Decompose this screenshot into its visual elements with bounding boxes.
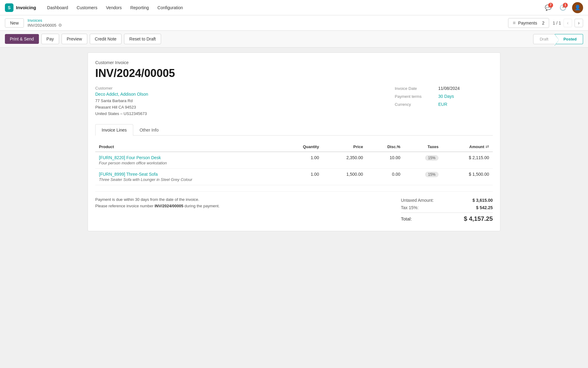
tax-cell-2: 15% bbox=[404, 169, 442, 185]
breadcrumb-record: INV/2024/00005 ⚙ bbox=[28, 23, 62, 28]
customer-section: Customer Deco Addict, Addison Olson 77 S… bbox=[95, 86, 383, 117]
product-cell-2: [FURN_8999] Three-Seat Sofa Three Seater… bbox=[95, 169, 280, 185]
status-breadcrumb: Draft Posted bbox=[533, 34, 583, 44]
currency-label: Currency bbox=[395, 102, 435, 107]
new-button[interactable]: New bbox=[5, 18, 24, 28]
nav-dashboard[interactable]: Dashboard bbox=[43, 3, 72, 12]
currency-value[interactable]: EUR bbox=[438, 102, 447, 107]
customer-address: 77 Santa Barbara Rd Pleasant Hill CA 945… bbox=[95, 98, 383, 117]
tax-badge-2: 15% bbox=[425, 172, 439, 177]
credit-note-button[interactable]: Credit Note bbox=[90, 34, 122, 44]
product-name-2[interactable]: [FURN_8999] Three-Seat Sofa bbox=[99, 172, 276, 177]
payments-button[interactable]: ≡ Payments 2 bbox=[508, 18, 549, 28]
prev-page-button[interactable]: ‹ bbox=[564, 19, 572, 27]
untaxed-amount: $ 3,615.00 bbox=[473, 198, 493, 203]
pay-button[interactable]: Pay bbox=[41, 34, 59, 44]
invoice-number: INV/2024/00005 bbox=[95, 67, 493, 80]
payment-terms-label: Payment terms bbox=[395, 94, 435, 99]
address-line2: Pleasant Hill CA 94523 bbox=[95, 104, 383, 111]
status-draft: Draft bbox=[533, 34, 555, 44]
record-id: INV/2024/00005 bbox=[28, 23, 56, 28]
total-amount: $ 4,157.25 bbox=[464, 215, 493, 222]
qty-cell-2: 1.00 bbox=[280, 169, 322, 185]
activity-icon-btn[interactable]: 🕐 1 bbox=[557, 2, 568, 13]
tab-other-info[interactable]: Other Info bbox=[133, 124, 165, 136]
breadcrumb-info: Invoices INV/2024/00005 ⚙ bbox=[28, 18, 62, 28]
col-price: Price bbox=[323, 142, 367, 152]
nav-vendors[interactable]: Vendors bbox=[102, 3, 125, 12]
footer-note: Payment is due within 30 days from the d… bbox=[95, 197, 395, 209]
note-line2: Please reference invoice number INV/2024… bbox=[95, 203, 395, 209]
messages-icon-btn[interactable]: 💬 7 bbox=[543, 2, 554, 13]
status-posted: Posted bbox=[555, 34, 583, 44]
product-desc-1: Four person modern office workstation bbox=[99, 161, 276, 165]
note-prefix: Please reference invoice number bbox=[95, 204, 155, 208]
tax-label: Tax 15%: bbox=[401, 205, 419, 210]
payment-terms-value[interactable]: 30 Days bbox=[438, 94, 454, 99]
product-name-1[interactable]: [FURN_8220] Four Person Desk bbox=[99, 155, 276, 160]
action-bar: Print & Send Pay Preview Credit Note Res… bbox=[0, 31, 588, 48]
app-logo: S Invoicing bbox=[5, 3, 36, 12]
breadcrumb-parent-link[interactable]: Invoices bbox=[28, 18, 62, 23]
product-cell-1: [FURN_8220] Four Person Desk Four person… bbox=[95, 152, 280, 169]
invoice-card: Customer Invoice INV/2024/00005 Customer… bbox=[88, 52, 500, 231]
tax-amount: $ 542.25 bbox=[476, 205, 493, 210]
disc-cell-1: 10.00 bbox=[367, 152, 404, 169]
invoice-meta: Customer Deco Addict, Addison Olson 77 S… bbox=[95, 86, 493, 117]
price-cell-2: 1,500.00 bbox=[323, 169, 367, 185]
tax-badge-1: 15% bbox=[425, 155, 439, 161]
messages-badge: 7 bbox=[548, 3, 553, 8]
product-desc-2: Three Seater Sofa with Lounger in Steel … bbox=[99, 177, 276, 182]
preview-button[interactable]: Preview bbox=[62, 34, 87, 44]
amount-cell-2: $ 1,500.00 bbox=[442, 169, 493, 185]
invoice-table: Product Quantity Price Disc.% Taxes Amou… bbox=[95, 142, 493, 185]
customer-name[interactable]: Deco Addict, Addison Olson bbox=[95, 92, 383, 97]
user-avatar[interactable]: 👤 bbox=[572, 2, 583, 13]
address-line3: United States – US12345673 bbox=[95, 111, 383, 117]
nav-icons: 💬 7 🕐 1 👤 bbox=[543, 2, 583, 13]
untaxed-row: Untaxed Amount: $ 3,615.00 bbox=[401, 197, 493, 204]
totals-section: Untaxed Amount: $ 3,615.00 Tax 15%: $ 54… bbox=[401, 197, 493, 224]
next-page-button[interactable]: › bbox=[575, 19, 583, 27]
reset-to-draft-button[interactable]: Reset to Draft bbox=[124, 34, 161, 44]
top-nav: S Invoicing Dashboard Customers Vendors … bbox=[0, 0, 588, 15]
payments-count: 2 bbox=[542, 21, 545, 25]
nav-customers[interactable]: Customers bbox=[73, 3, 101, 12]
print-send-button[interactable]: Print & Send bbox=[5, 34, 39, 44]
app-name: Invoicing bbox=[16, 5, 36, 10]
invoice-date-value: 11/08/2024 bbox=[438, 86, 460, 91]
sort-icon[interactable]: ⇄ bbox=[485, 144, 489, 149]
breadcrumb-bar: New Invoices INV/2024/00005 ⚙ ≡ Payments… bbox=[0, 15, 588, 31]
qty-cell-1: 1.00 bbox=[280, 152, 322, 169]
invoice-date-field: Invoice Date 11/08/2024 bbox=[395, 86, 493, 91]
invoice-tabs: Invoice Lines Other Info bbox=[95, 124, 493, 136]
note-line1: Payment is due within 30 days from the d… bbox=[95, 197, 395, 203]
disc-cell-2: 0.00 bbox=[367, 169, 404, 185]
payments-icon: ≡ bbox=[513, 20, 515, 26]
col-disc: Disc.% bbox=[367, 142, 404, 152]
col-taxes: Taxes bbox=[404, 142, 442, 152]
activity-badge: 1 bbox=[563, 3, 568, 8]
nav-links: Dashboard Customers Vendors Reporting Co… bbox=[43, 3, 187, 12]
price-cell-1: 2,350.00 bbox=[323, 152, 367, 169]
tax-row: Tax 15%: $ 542.25 bbox=[401, 204, 493, 211]
invoice-footer: Payment is due within 30 days from the d… bbox=[95, 191, 493, 224]
note-ref: INV/2024/00005 bbox=[155, 204, 183, 208]
currency-field: Currency EUR bbox=[395, 102, 493, 107]
main-content: Customer Invoice INV/2024/00005 Customer… bbox=[83, 48, 505, 236]
tax-cell-1: 15% bbox=[404, 152, 442, 169]
nav-reporting[interactable]: Reporting bbox=[126, 3, 153, 12]
nav-configuration[interactable]: Configuration bbox=[154, 3, 187, 12]
payments-label: Payments bbox=[518, 21, 537, 25]
logo-icon: S bbox=[5, 3, 13, 12]
col-product: Product bbox=[95, 142, 280, 152]
settings-icon[interactable]: ⚙ bbox=[58, 23, 62, 28]
col-quantity: Quantity bbox=[280, 142, 322, 152]
grand-total-row: Total: $ 4,157.25 bbox=[401, 213, 493, 224]
invoice-fields: Invoice Date 11/08/2024 Payment terms 30… bbox=[395, 86, 493, 117]
tab-invoice-lines[interactable]: Invoice Lines bbox=[95, 124, 133, 136]
col-amount: Amount ⇄ bbox=[442, 142, 493, 152]
customer-label: Customer bbox=[95, 86, 383, 90]
table-row: [FURN_8999] Three-Seat Sofa Three Seater… bbox=[95, 169, 493, 185]
pagination: 1 / 1 ‹ › bbox=[553, 19, 583, 27]
